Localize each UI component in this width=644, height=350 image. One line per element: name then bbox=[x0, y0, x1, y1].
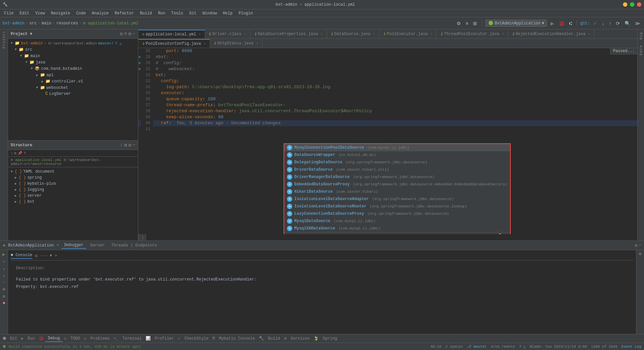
menu-git[interactable]: Git bbox=[187, 10, 199, 16]
tree-controller[interactable]: ▶ 📁 controller.v1 bbox=[8, 78, 138, 84]
debug-evaluate-icon[interactable]: ⊞ bbox=[3, 287, 5, 292]
status-position[interactable]: 40:10 bbox=[430, 345, 441, 349]
tab-httpstatus[interactable]: J HttpStatus.java × bbox=[210, 39, 263, 48]
ac-item-5[interactable]: w EmbeddedDataSourceProxy (org.springfra… bbox=[284, 181, 510, 188]
bottom-tab-spring[interactable]: Spring bbox=[320, 336, 340, 342]
tree-java[interactable]: ▼ 📁 java bbox=[8, 59, 138, 65]
ac-item-10[interactable]: w MysqlDataSource (com.mysql.cj.jdbc) bbox=[284, 217, 510, 225]
tree-src[interactable]: ▼ 📁 src bbox=[8, 46, 138, 53]
code-editor[interactable]: Paused... 28 port: 9999 # 29 #bxt: # 30 … bbox=[138, 48, 637, 234]
struct-mybatis[interactable]: ▶ { } mybatis-plus bbox=[8, 181, 138, 187]
breadcrumb-resources[interactable]: resources bbox=[56, 21, 78, 26]
run-config-selector[interactable]: 🟢 BxtAdminApplication ▼ bbox=[485, 20, 547, 27]
tree-root[interactable]: ▼ 📁 bxt-admin ~ D:\workspace\bxt-admin m… bbox=[8, 40, 138, 46]
bottom-tab-debug[interactable]: Debug bbox=[45, 335, 62, 342]
search-everywhere-btn[interactable]: 🔍 bbox=[623, 20, 632, 27]
debug-step-out-icon[interactable]: ↗ bbox=[3, 273, 5, 278]
git-checkmark-btn[interactable]: ✓ bbox=[592, 20, 599, 27]
console-tab-label[interactable]: ■ Console bbox=[11, 253, 32, 259]
ac-item-1[interactable]: w DataSourceWrapper (cn.hutool.db.ds) bbox=[284, 151, 510, 159]
bottom-right-btn[interactable]: ⊞ bbox=[639, 251, 641, 256]
project-label[interactable]: Project bbox=[2, 31, 6, 48]
tab-close-reh[interactable]: × bbox=[588, 32, 590, 36]
struct-filter2-icon[interactable]: ⊞ bbox=[124, 142, 127, 148]
debug-tab-server[interactable]: Server bbox=[88, 242, 107, 248]
console-filter-icon[interactable]: ⊟ bbox=[35, 253, 37, 258]
tab-rejected[interactable]: J RejectedExecutionHandler.java × bbox=[508, 30, 595, 38]
debug-settings-icon[interactable]: ⚙ bbox=[635, 243, 637, 248]
toolbar-list-btn[interactable]: ≡ bbox=[464, 20, 470, 27]
ac-item-2[interactable]: w DelegatingDataSource (org.springframew… bbox=[284, 159, 510, 166]
menu-view[interactable]: View bbox=[33, 10, 48, 16]
ac-item-11[interactable]: w MysqlXADataSource (com.mysql.cj.jdbc) bbox=[284, 225, 510, 232]
toolbar-settings-btn[interactable]: ⚙ bbox=[455, 20, 462, 27]
ac-item-8[interactable]: w IsolationLevelDataSourceRouter (org.sp… bbox=[284, 203, 510, 210]
ac-item-0[interactable]: w MysqlConnectionPoolDataSource (com.mys… bbox=[284, 144, 510, 151]
ac-item-9[interactable]: w LazyConnectionDataSourceProxy (org.spr… bbox=[284, 210, 510, 217]
git-history-btn[interactable]: ⟳ bbox=[615, 20, 621, 27]
tree-logserver[interactable]: ▶ C LogServer bbox=[8, 91, 138, 97]
bottom-tab-build[interactable]: Build bbox=[265, 336, 283, 342]
project-gear-icon[interactable]: ⚙ bbox=[120, 31, 123, 37]
tree-package[interactable]: ▼ 📦 com.hand.bxtadmin bbox=[8, 65, 138, 72]
data-tools-label[interactable]: Data bbox=[639, 45, 643, 55]
menu-analyze[interactable]: Analyze bbox=[89, 10, 111, 16]
bottom-tab-services[interactable]: Services bbox=[288, 336, 313, 342]
debug-resume-icon[interactable]: ▶ bbox=[2, 251, 5, 257]
struct-spring[interactable]: ▶ { } spring bbox=[8, 175, 138, 181]
breadcrumb-src[interactable]: src bbox=[29, 21, 37, 26]
tab-close-yml[interactable]: × bbox=[199, 33, 201, 36]
menu-edit[interactable]: Edit bbox=[17, 10, 32, 16]
menu-refactor[interactable]: Refactor bbox=[112, 10, 137, 16]
project-filter-icon[interactable]: ⊞ bbox=[128, 31, 131, 37]
tab-close-tp[interactable]: × bbox=[502, 32, 504, 36]
tab-application-yml[interactable]: ⚙ application-local.yml × bbox=[138, 30, 205, 38]
tab-close-driver[interactable]: × bbox=[244, 32, 246, 36]
ac-item-6[interactable]: w HikariDataSource (com.zaxxer.hikari) bbox=[284, 188, 510, 195]
struct-pin-btn[interactable]: 📌 bbox=[18, 151, 22, 155]
maximize-btn[interactable] bbox=[630, 2, 634, 7]
bottom-tab-terminal[interactable]: Terminal bbox=[120, 336, 145, 342]
close-btn[interactable] bbox=[637, 2, 641, 7]
debug-run-to-cursor-icon[interactable]: → bbox=[3, 280, 5, 285]
struct-bxt[interactable]: ▶ { } bxt bbox=[8, 199, 138, 205]
tab-datasource[interactable]: J DataSource.java × bbox=[327, 30, 379, 38]
struct-sort-btn[interactable]: ↕ bbox=[11, 151, 13, 155]
struct-sort-icon[interactable]: ↕ bbox=[120, 142, 123, 148]
debug-stop-icon[interactable]: ■ bbox=[3, 301, 5, 306]
bottom-tab-problems[interactable]: Problems bbox=[88, 336, 113, 342]
menu-file[interactable]: File bbox=[1, 10, 16, 16]
tab-poolexecutor[interactable]: J PoolExecutor.java × bbox=[379, 30, 437, 38]
tab-close-hs[interactable]: × bbox=[256, 42, 258, 45]
tab-driver-class[interactable]: C Driver.class × bbox=[205, 30, 250, 38]
debug-step-over-icon[interactable]: ↷ bbox=[3, 259, 5, 264]
struct-expand-btn[interactable]: ⊞ bbox=[14, 151, 17, 155]
menu-build[interactable]: Build bbox=[137, 10, 155, 16]
struct-server[interactable]: ▶ { } server bbox=[8, 193, 138, 199]
breadcrumb-project[interactable]: bxt-admin bbox=[3, 21, 24, 26]
status-spaces[interactable]: 2 spaces bbox=[445, 345, 463, 349]
git-more-btn[interactable]: ≫ bbox=[634, 20, 641, 27]
tab-close-pe[interactable]: × bbox=[430, 32, 432, 36]
minimize-btn[interactable] bbox=[623, 2, 627, 7]
breadcrumb-file[interactable]: ⚙ application-local.yml bbox=[83, 21, 139, 26]
struct-close-icon[interactable]: − bbox=[133, 142, 135, 148]
toolbar-filter-btn[interactable]: ⊞ bbox=[472, 20, 478, 27]
debug-tab-threads[interactable]: Threads | Endpoints bbox=[109, 242, 160, 248]
ac-item-3[interactable]: w DriverDataSource (com.zaxxer.hikari.ut… bbox=[284, 166, 510, 173]
struct-config-btn[interactable]: T bbox=[24, 151, 26, 155]
menu-plugin[interactable]: Plugin bbox=[236, 10, 256, 16]
ac-item-4[interactable]: w DriverManagerDataSource (org.springfra… bbox=[284, 173, 510, 181]
bottom-tab-run[interactable]: Run bbox=[25, 336, 38, 342]
menu-window[interactable]: Window bbox=[200, 10, 219, 16]
menu-help[interactable]: Help bbox=[220, 10, 235, 16]
menu-code[interactable]: Code bbox=[73, 10, 89, 16]
debug-btn[interactable]: 🐞 bbox=[557, 20, 566, 27]
struct-yaml-doc[interactable]: ▼ { } YAML document bbox=[8, 169, 138, 175]
menu-tools[interactable]: Tools bbox=[169, 10, 186, 16]
debug-step-into-icon[interactable]: ↘ bbox=[3, 266, 5, 271]
status-branch[interactable]: ⎇ master bbox=[467, 344, 487, 349]
menu-run[interactable]: Run bbox=[155, 10, 168, 16]
tab-threadpool[interactable]: J ThreadPoolExecutor.java × bbox=[437, 30, 508, 38]
debug-minimize-icon[interactable]: − bbox=[639, 243, 641, 248]
